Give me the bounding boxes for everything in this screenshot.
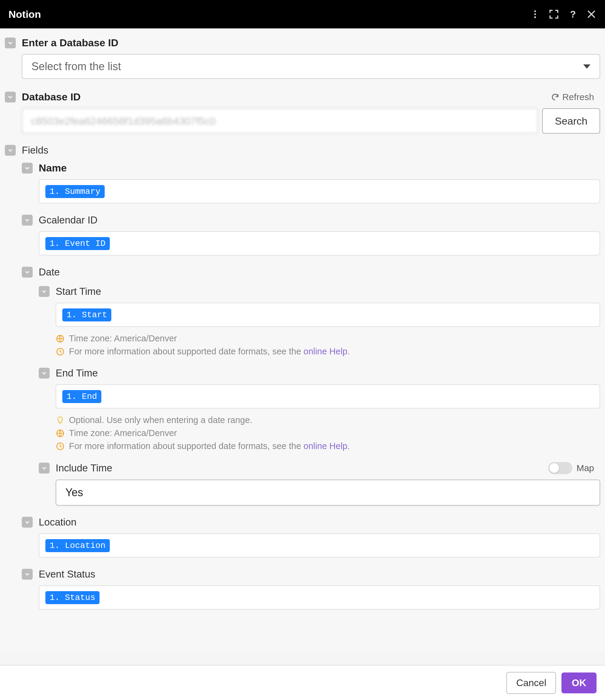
svg-text:?: ? xyxy=(570,9,576,19)
help-suffix: . xyxy=(347,347,350,356)
collapse-toggle[interactable] xyxy=(5,145,16,156)
close-icon[interactable] xyxy=(586,9,597,19)
header-icons: ? xyxy=(530,9,597,19)
field-name-row: Name xyxy=(5,162,600,174)
chevron-down-icon xyxy=(7,40,14,46)
field-end-row: End Time xyxy=(5,367,600,379)
collapse-toggle[interactable] xyxy=(22,163,33,174)
field-include-time-label: Include Time xyxy=(56,462,112,474)
help-prefix: For more information about supported dat… xyxy=(69,441,304,451)
fields-label: Fields xyxy=(22,145,48,156)
collapse-window-icon[interactable] xyxy=(549,9,559,19)
chevron-down-icon xyxy=(7,147,14,154)
start-help-hint: For more information about supported dat… xyxy=(56,347,600,356)
include-time-select[interactable]: Yes xyxy=(56,480,600,505)
mapped-token: 1. Status xyxy=(45,591,99,604)
chevron-down-icon xyxy=(24,217,30,223)
map-label: Map xyxy=(577,463,594,473)
mapped-token: 1. End xyxy=(62,390,101,403)
field-date-row: Date xyxy=(5,267,600,278)
help-prefix: For more information about supported dat… xyxy=(69,347,304,356)
clock-icon xyxy=(56,347,65,356)
cancel-button[interactable]: Cancel xyxy=(506,672,556,694)
help-icon[interactable]: ? xyxy=(567,9,578,19)
header-bar: Notion ? xyxy=(0,0,605,28)
db-id-input-row: c8503e2fea6246658f1d395a6b4307f5c0 Searc… xyxy=(22,108,600,134)
mapped-token: 1. Summary xyxy=(45,185,105,198)
field-location-input[interactable]: 1. Location xyxy=(39,533,600,557)
map-toggle[interactable] xyxy=(548,462,572,474)
collapse-toggle[interactable] xyxy=(39,286,50,297)
enter-db-select[interactable]: Select from the list xyxy=(22,54,600,79)
globe-icon xyxy=(56,334,65,343)
collapse-toggle[interactable] xyxy=(5,92,16,102)
db-id-label: Database ID xyxy=(22,91,81,103)
svg-point-1 xyxy=(534,13,536,15)
mapped-token: 1. Location xyxy=(45,539,110,552)
field-location-label: Location xyxy=(39,517,76,528)
tz-text: Time zone: America/Denver xyxy=(69,333,177,344)
refresh-label: Refresh xyxy=(562,92,594,102)
field-status-input[interactable]: 1. Status xyxy=(39,585,600,609)
collapse-toggle[interactable] xyxy=(22,215,33,226)
enter-db-label: Enter a Database ID xyxy=(22,37,118,49)
collapse-toggle[interactable] xyxy=(39,462,50,474)
more-icon[interactable] xyxy=(530,9,540,19)
collapse-toggle[interactable] xyxy=(39,368,50,379)
lightbulb-icon xyxy=(56,416,65,425)
ok-button[interactable]: OK xyxy=(561,673,597,693)
collapse-toggle[interactable] xyxy=(22,517,33,528)
online-help-link[interactable]: online Help xyxy=(304,441,347,451)
help-suffix: . xyxy=(347,441,350,451)
optional-text: Optional. Use only when entering a date … xyxy=(69,415,252,425)
end-tz-hint: Time zone: America/Denver xyxy=(56,428,600,438)
form-body: Enter a Database ID Select from the list… xyxy=(0,28,605,652)
globe-icon xyxy=(56,429,65,438)
field-end-input[interactable]: 1. End xyxy=(56,384,600,408)
field-status-label: Event Status xyxy=(39,569,95,580)
db-id-row: Database ID Refresh xyxy=(5,91,600,103)
chevron-down-icon xyxy=(24,165,30,171)
search-button[interactable]: Search xyxy=(542,108,600,134)
enter-db-select-placeholder: Select from the list xyxy=(31,60,121,73)
field-include-time-row: Include Time Map xyxy=(5,462,600,474)
field-gcal-row: Gcalendar ID xyxy=(5,215,600,226)
clock-icon xyxy=(56,442,65,451)
chevron-down-icon xyxy=(41,370,48,376)
collapse-toggle[interactable] xyxy=(22,267,33,278)
collapse-toggle[interactable] xyxy=(22,569,33,580)
field-start-input[interactable]: 1. Start xyxy=(56,303,600,327)
end-help-hint: For more information about supported dat… xyxy=(56,441,600,451)
refresh-button[interactable]: Refresh xyxy=(551,92,594,102)
field-name-label: Name xyxy=(39,162,67,174)
mapped-token: 1. Event ID xyxy=(45,237,110,250)
db-id-input[interactable]: c8503e2fea6246658f1d395a6b4307f5c0 xyxy=(22,108,538,134)
tz-text: Time zone: America/Denver xyxy=(69,428,177,438)
footer: Cancel OK xyxy=(0,665,605,700)
collapse-toggle[interactable] xyxy=(5,38,16,48)
include-time-value: Yes xyxy=(65,486,83,499)
field-name-input[interactable]: 1. Summary xyxy=(39,179,600,203)
online-help-link[interactable]: online Help xyxy=(304,347,347,356)
fields-row: Fields xyxy=(5,145,600,156)
field-gcal-input[interactable]: 1. Event ID xyxy=(39,231,600,255)
chevron-down-icon xyxy=(24,571,30,578)
chevron-down-icon xyxy=(24,519,30,526)
start-tz-hint: Time zone: America/Denver xyxy=(56,333,600,344)
db-id-value: c8503e2fea6246658f1d395a6b4307f5c0 xyxy=(31,115,216,127)
refresh-icon xyxy=(551,93,559,101)
svg-point-0 xyxy=(534,10,536,12)
field-gcal-label: Gcalendar ID xyxy=(39,215,97,226)
end-optional-hint: Optional. Use only when entering a date … xyxy=(56,415,600,425)
chevron-down-icon xyxy=(24,269,30,275)
map-toggle-group: Map xyxy=(548,462,594,474)
field-end-label: End Time xyxy=(56,367,98,379)
field-start-row: Start Time xyxy=(5,286,600,297)
mapped-token: 1. Start xyxy=(62,308,111,321)
enter-db-row: Enter a Database ID xyxy=(5,37,600,49)
svg-point-2 xyxy=(534,16,536,18)
field-start-label: Start Time xyxy=(56,286,101,297)
header-title: Notion xyxy=(8,8,41,20)
chevron-down-icon xyxy=(41,465,48,471)
field-location-row: Location xyxy=(5,517,600,528)
